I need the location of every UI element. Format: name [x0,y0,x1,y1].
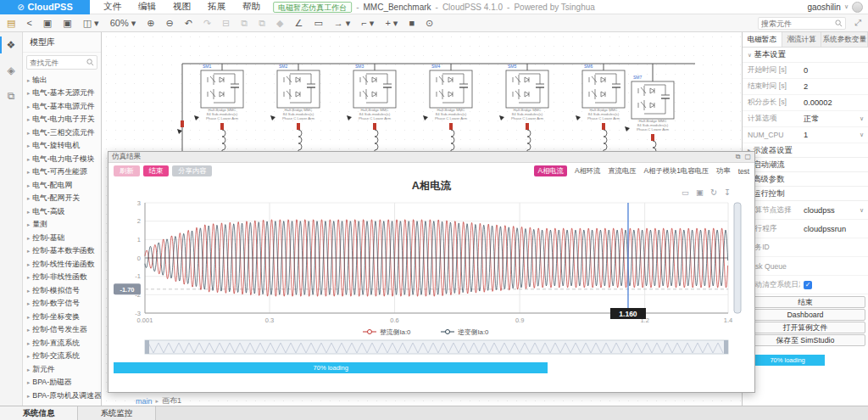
layout-icon[interactable]: ◫ ▾ [83,18,99,29]
component-filter[interactable] [26,55,97,70]
menu-item-0[interactable]: 文件 [103,1,121,13]
plot-tab-3[interactable]: A相子模块1电容电压 [644,166,709,176]
sidebar-item-22[interactable]: ▸新元件 [23,363,101,377]
plot-tab-1[interactable]: A相环流 [575,166,600,176]
component-filter-input[interactable] [30,59,86,67]
collapsed-sections: ▸示波器设置▸启动潮流▸高级参数▸运行控制 [743,143,868,201]
wire-tool-icon[interactable]: ⌐ ▾ [361,18,374,29]
param-select[interactable]: 正常 [800,114,868,125]
sidebar-item-23[interactable]: ▸BPA-励磁器 [23,377,101,390]
simulation-results-window[interactable]: 仿真结果 ⧉▢ 刷新结束分享内容 A相电流A相环流直流电压A相子模块1电容电压功… [108,151,755,393]
zoom-out-icon[interactable]: ⊖ [165,18,173,29]
panel-button-1[interactable]: Dashboard [746,309,865,321]
sidebar-item-3[interactable]: ▸电气-电力电子开关 [23,114,101,127]
param-value[interactable]: 0.00002 [800,98,868,107]
reset-icon[interactable]: ↻ [710,188,717,197]
components-icon[interactable]: ❖ [0,32,22,58]
user-menu[interactable]: gaoshilin ∨ [807,2,863,13]
sidebar-item-17[interactable]: ▸控制-数字信号 [23,298,101,311]
stop-icon[interactable]: ■ [409,18,415,28]
component-search[interactable] [758,17,846,30]
sidebar-item-21[interactable]: ▸控制-交流系统 [23,350,101,364]
save-icon[interactable]: ▣ [43,18,52,29]
sidebar-item-16[interactable]: ▸控制-模拟信号 [23,284,101,298]
sidebar-item-6[interactable]: ▸电气-电力电子模块 [23,153,101,166]
statusbar-tab-0[interactable]: 系统信息 [0,406,78,420]
component-search-input[interactable] [761,20,832,28]
plot-tab-0[interactable]: A相电流 [534,165,566,176]
sidebar-item-14[interactable]: ▸控制-线性传递函数 [23,258,101,272]
sidebar-item-20[interactable]: ▸控制-直流系统 [23,337,101,350]
documents-icon[interactable]: ⧉ [0,83,22,109]
sidebar-item-24[interactable]: ▸BPA-原动机及调速器 [23,389,101,403]
sidebar-item-11[interactable]: ▸量测 [23,219,101,232]
sidebar-item-2[interactable]: ▸电气-基本电源元件 [23,100,101,114]
add-tool-icon[interactable]: + ▾ [385,18,398,29]
sidebar-item-18[interactable]: ▸控制-坐标变换 [23,311,101,324]
sidebar-item-0[interactable]: ▸输出 [23,74,101,87]
pen-icon[interactable]: ∠ [295,18,303,29]
sidebar-item-7[interactable]: ▸电气-可再生能源 [23,166,101,180]
sidebar-item-15[interactable]: ▸控制-非线性函数 [23,272,101,285]
share-icon[interactable]: < [26,18,31,28]
zoom-in-icon[interactable]: ⊕ [147,18,154,29]
avatar[interactable] [852,2,863,13]
sidebar-item-8[interactable]: ▸电气-配电网 [23,179,101,193]
param-value[interactable]: 2 [800,82,868,91]
menu-item-1[interactable]: 编辑 [138,1,156,13]
component-library-icon[interactable]: ▤ [7,18,15,29]
panel-button-0[interactable]: 结束 [746,296,865,308]
param-select[interactable]: 1 [800,131,868,139]
sidebar-item-9[interactable]: ▸电气-配网开关 [23,193,101,206]
settings-tab-1[interactable]: 潮流计算 [782,32,822,47]
breadcrumb-root[interactable]: main [136,397,153,406]
param-row-计算选项: 计算选项正常∨ [743,111,868,127]
layers-icon[interactable]: ◈ [0,58,22,83]
plot-tab-5[interactable]: test [738,167,749,176]
zoom-level-select[interactable]: 60% ▾ [110,18,136,29]
arrow-tool-icon[interactable]: → ▾ [334,18,351,29]
collapsed-section-0[interactable]: ▸示波器设置 [743,143,868,158]
statusbar-tab-1[interactable]: 系统监控 [78,406,156,420]
sidebar-item-12[interactable]: ▸控制-基础 [23,232,101,245]
shape-icon[interactable]: ▭ [314,18,322,29]
help-icon[interactable]: ⊙ [426,18,433,29]
panel-button-3[interactable]: 保存至 SimStudio [746,334,865,346]
menu-item-2[interactable]: 视图 [173,1,191,13]
sidebar-item-label: 电气-可再生能源 [32,167,87,177]
results-button-2[interactable]: 分享内容 [172,165,212,176]
cloudpss-logo[interactable]: ⊘ CloudPSS [0,0,90,14]
results-button-1[interactable]: 结束 [143,165,170,176]
sidebar-item-13[interactable]: ▸控制-基本数学函数 [23,245,101,259]
param-value[interactable]: cloudpssrun [800,225,868,233]
panel-button-2[interactable]: 打开算例文件 [746,322,865,333]
undo-icon[interactable]: ↶ [185,18,192,29]
box-zoom-icon[interactable]: ▣ [696,188,704,197]
basic-settings-section[interactable]: ∨ 基本设置 [743,48,868,63]
menu-item-4[interactable]: 帮助 [242,1,260,13]
plot-tab-4[interactable]: 功率 [716,166,731,176]
param-select[interactable]: cloudpss [800,206,868,215]
collapsed-section-2[interactable]: ▸高级参数 [743,172,868,187]
sidebar-item-label: 电气-高级 [32,207,64,217]
sidebar-item-19[interactable]: ▸控制-信号发生器 [23,324,101,338]
settings-tab-0[interactable]: 电磁暂态 [743,32,782,47]
svg-text:SM1: SM1 [203,64,212,69]
collapsed-section-1[interactable]: ▸启动潮流 [743,158,868,172]
sidebar-item-1[interactable]: ▸电气-基本无源元件 [23,87,101,101]
menu-item-3[interactable]: 拓展 [208,1,225,13]
plot-tab-2[interactable]: 直流电压 [608,166,636,176]
sidebar-item-10[interactable]: ▸电气-高级 [23,205,101,219]
collapsed-section-3[interactable]: ▸运行控制 [743,187,868,201]
expand-icon[interactable]: ⤢ [854,18,861,28]
save-as-icon[interactable]: ▣ [63,18,71,29]
box-select-icon[interactable]: ▭ [682,188,689,197]
sidebar-item-4[interactable]: ▸电气-三相交流元件 [23,126,101,140]
sidebar-item-5[interactable]: ▸电气-旋转电机 [23,140,101,154]
param-value[interactable]: 0 [800,66,868,75]
workspace-tag[interactable]: 电磁暂态仿真工作台 [273,2,352,13]
checkbox-checked-icon[interactable]: ✓ [804,281,812,289]
settings-tab-2[interactable]: 系统参数变量 [821,32,868,47]
results-button-0[interactable]: 刷新 [114,165,140,176]
download-icon[interactable]: ↧ [724,188,731,197]
